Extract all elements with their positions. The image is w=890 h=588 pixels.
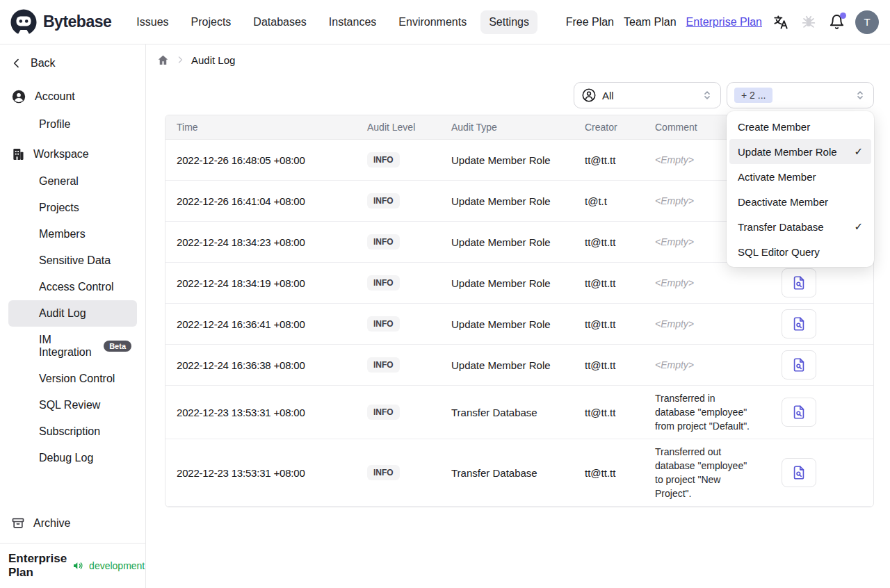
menu-item-label: SQL Editor Query xyxy=(738,246,820,258)
section-label: Workspace xyxy=(33,148,89,161)
nav-link[interactable]: Projects xyxy=(183,10,240,34)
checkmark-icon: ✓ xyxy=(854,220,863,233)
view-detail-button[interactable] xyxy=(782,458,816,487)
cell-audit-type: Update Member Role xyxy=(440,313,574,336)
cell-time: 2022-12-26 16:48:05 +08:00 xyxy=(165,149,356,172)
section-label: Account xyxy=(35,90,75,103)
menu-item[interactable]: Activate Member xyxy=(729,164,871,189)
level-badge: INFO xyxy=(367,234,400,250)
cell-audit-type: Update Member Role xyxy=(440,272,574,295)
menu-item[interactable]: Update Member Role ✓ xyxy=(729,139,871,164)
beta-badge: Beta xyxy=(104,341,131,352)
cell-creator: tt@tt.tt xyxy=(574,401,644,424)
back-button[interactable]: Back xyxy=(8,51,137,75)
table-row: 2022-12-24 16:36:41 +08:00 INFO Update M… xyxy=(165,304,873,345)
cell-creator: tt@tt.tt xyxy=(574,272,644,295)
comment-text: <Empty> xyxy=(655,318,694,329)
view-detail-button[interactable] xyxy=(782,268,816,297)
cell-audit-level: INFO xyxy=(356,147,440,173)
menu-item[interactable]: Transfer Database ✓ xyxy=(729,214,871,239)
view-detail-button[interactable] xyxy=(782,350,816,379)
nav-link[interactable]: Environments xyxy=(390,10,475,34)
level-badge: INFO xyxy=(367,193,400,209)
sidebar-item-label: Audit Log xyxy=(39,307,86,320)
cell-actions xyxy=(768,345,873,385)
menu-item-label: Transfer Database xyxy=(738,221,824,233)
sidebar-item-label: Profile xyxy=(39,118,70,131)
cell-audit-type: Transfer Database xyxy=(440,462,574,484)
view-detail-button[interactable] xyxy=(782,398,816,427)
sidebar-item[interactable]: Projects xyxy=(8,195,137,221)
translate-icon[interactable] xyxy=(772,13,790,31)
nav-link[interactable]: Instances xyxy=(321,10,385,34)
sidebar-item[interactable]: Sensitive Data xyxy=(8,247,137,274)
user-circle-outline-icon xyxy=(581,88,597,103)
sidebar-item[interactable]: Profile xyxy=(8,111,137,138)
cell-actions xyxy=(768,452,873,493)
cell-audit-level: INFO xyxy=(356,352,440,378)
sidebar-item[interactable]: Audit Log xyxy=(8,300,137,327)
sidebar-item-label: Projects xyxy=(39,202,79,214)
comment-text: <Empty> xyxy=(655,359,694,370)
menu-item[interactable]: Create Member xyxy=(729,114,871,139)
level-badge: INFO xyxy=(367,316,400,332)
sidebar-item[interactable]: Members xyxy=(8,221,137,247)
cell-actions xyxy=(768,392,873,432)
sidebar-item[interactable]: IM Integration Beta xyxy=(8,327,137,366)
sidebar-item-label: Access Control xyxy=(39,281,114,293)
menu-item[interactable]: Deactivate Member xyxy=(729,189,871,214)
sidebar-item[interactable]: Subscription xyxy=(8,418,137,445)
bytebase-logo-icon xyxy=(10,8,38,36)
cell-audit-level: INFO xyxy=(356,399,440,425)
back-label: Back xyxy=(31,57,56,70)
plan-footer: Enterprise Plan development xyxy=(0,543,145,588)
cell-time: 2022-12-23 13:53:31 +08:00 xyxy=(165,401,356,424)
comment-text: <Empty> xyxy=(655,154,694,165)
cell-actions xyxy=(768,263,873,303)
nav-link[interactable]: Databases xyxy=(245,10,315,34)
home-icon[interactable] xyxy=(157,54,169,66)
sidebar-item[interactable]: SQL Review xyxy=(8,392,137,418)
cell-creator: tt@tt.tt xyxy=(574,149,644,172)
enterprise-plan-link[interactable]: Enterprise Plan xyxy=(686,16,762,28)
audit-type-filter-select[interactable]: + 2 ... xyxy=(727,82,874,108)
view-detail-button[interactable] xyxy=(782,309,816,338)
sidebar-section-workspace: Workspace xyxy=(8,140,137,168)
sidebar-item[interactable]: Access Control xyxy=(8,274,137,300)
chevron-left-icon xyxy=(11,58,22,69)
notifications-bell-icon[interactable] xyxy=(827,13,846,31)
breadcrumb-current-page: Audit Log xyxy=(191,54,235,66)
building-icon xyxy=(11,147,25,161)
sidebar-item[interactable]: Debug Log xyxy=(8,445,137,471)
brand-logo[interactable]: Bytebase xyxy=(10,8,111,36)
level-badge: INFO xyxy=(367,275,400,291)
comment-text: Transferred in database "employee" from … xyxy=(655,393,750,432)
current-plan-label: Enterprise Plan xyxy=(8,552,67,580)
creator-filter-select[interactable]: All xyxy=(574,82,721,108)
column-header-audit-type: Audit Type xyxy=(440,115,574,139)
menu-item[interactable]: SQL Editor Query xyxy=(729,239,871,264)
topnav-right: Free Plan Team Plan Enterprise Plan T xyxy=(566,10,879,34)
nav-link[interactable]: Settings xyxy=(480,10,537,34)
user-circle-icon xyxy=(11,89,26,104)
archive-button[interactable]: Archive xyxy=(8,509,137,537)
audit-type-filter-value: + 2 ... xyxy=(734,88,772,103)
nav-link[interactable]: Issues xyxy=(128,10,177,34)
sidebar-item[interactable]: General xyxy=(8,168,137,195)
user-avatar[interactable]: T xyxy=(855,10,879,34)
cell-comment: Transferred out database "employee" to p… xyxy=(644,439,768,506)
comment-text: <Empty> xyxy=(655,195,694,206)
sidebar-item[interactable]: Version Control xyxy=(8,366,137,392)
sidebar-item-label: Subscription xyxy=(39,425,100,438)
archive-label: Archive xyxy=(33,517,70,530)
level-badge: INFO xyxy=(367,152,400,168)
bug-report-icon[interactable] xyxy=(800,13,818,31)
comment-text: Transferred out database "employee" to p… xyxy=(655,446,747,499)
cell-comment: <Empty> xyxy=(644,352,768,377)
chevron-right-icon xyxy=(176,56,184,64)
file-search-icon xyxy=(791,275,807,291)
cell-audit-type: Update Member Role xyxy=(440,190,574,213)
environment-mode-label: development xyxy=(89,560,145,571)
creator-filter-value: All xyxy=(602,90,614,101)
cell-comment: <Empty> xyxy=(644,311,768,336)
